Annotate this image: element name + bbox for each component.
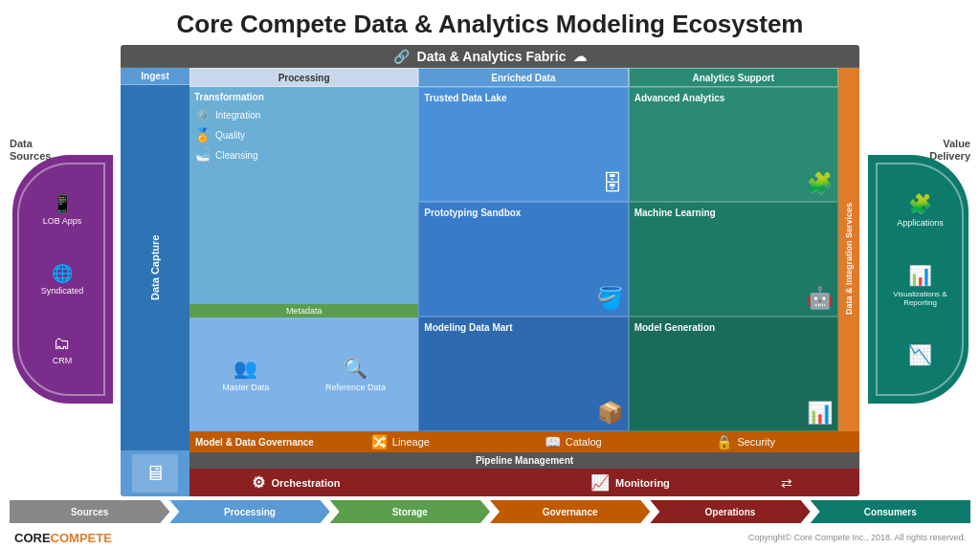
header-analytics: Analytics Support — [629, 68, 838, 87]
transformation-label: Transformation — [194, 92, 413, 102]
machine-learning-label: Machine Learning — [635, 208, 833, 218]
model-generation-icon: 📊 — [807, 401, 833, 426]
lineage-icon: 🔀 — [371, 434, 388, 449]
cleansing-item: 🛁 Cleansing — [194, 147, 413, 163]
footer-copyright: Copyright© Core Compete Inc., 2018. All … — [748, 533, 966, 542]
visualizations-icon: 📊 — [908, 264, 932, 287]
ds-item-syndicated: 🌐 Syndicated — [41, 263, 84, 296]
orchestration-row: ⚙ Orchestration 📈 Monitoring ⇄ — [189, 469, 859, 496]
fabric-header: 🔗 Data & Analytics Fabric ☁ — [121, 45, 859, 68]
ds-item-crm: 🗂 CRM — [53, 334, 73, 365]
legend-storage: Storage — [330, 500, 490, 523]
value-delivery-label: Value Delivery — [929, 138, 970, 163]
processing-inner: Transformation ⚙️ Integration 🏅 Quality — [189, 87, 418, 431]
footer-logo: CORECOMPETE — [14, 530, 112, 545]
security-icon: 🔒 — [716, 434, 732, 449]
integration-services-label: Data & Integration Services — [844, 203, 854, 315]
master-data-icon: 👥 — [234, 357, 257, 380]
ingest-bottom: 🖥 — [121, 450, 189, 496]
analytics-inner: Advanced Analytics 🧩 Machine Learning 🤖 … — [629, 87, 838, 431]
vd-item-extra: 📉 — [908, 343, 932, 366]
column-headers: Processing Enriched Data Analytics Suppo… — [189, 68, 859, 87]
machine-learning-icon: 🤖 — [807, 286, 833, 311]
reference-data-item: 🔍 Reference Data — [325, 357, 386, 392]
legend-governance: Governance — [490, 500, 650, 523]
governance-items: 🔀 Lineage 📖 Catalog 🔒 Security — [323, 434, 823, 449]
security-item: 🔒 Security — [716, 434, 775, 449]
vd-item-visualizations: 📊 Visualizations &Reporting — [893, 264, 947, 307]
model-generation-cell: Model Generation 📊 — [629, 317, 838, 431]
fabric-inner-body: Processing Enriched Data Analytics Suppo… — [189, 68, 859, 496]
page-title: Core Compete Data & Analytics Modeling E… — [19, 10, 961, 39]
header-processing: Processing — [189, 68, 418, 87]
ingest-icon-box: 🖥 — [132, 454, 178, 493]
catalog-icon: 📖 — [545, 434, 561, 449]
value-delivery-circle: 🧩 Applications 📊 Visualizations &Reporti… — [868, 155, 969, 404]
prototyping-sandbox-cell: Prototyping Sandbox 🪣 — [418, 202, 628, 317]
middle-content: Transformation ⚙️ Integration 🏅 Quality — [189, 87, 859, 431]
advanced-analytics-label: Advanced Analytics — [635, 93, 833, 103]
legend-processing: Processing — [169, 500, 329, 523]
orchestration-item: ⚙ Orchestration — [252, 473, 340, 492]
enriched-inner: Trusted Data Lake 🗄 Prototyping Sandbox … — [418, 87, 628, 431]
title-bar: Core Compete Data & Analytics Modeling E… — [0, 0, 980, 45]
quality-item: 🏅 Quality — [194, 127, 413, 142]
legend-sources: Sources — [10, 500, 169, 523]
advanced-analytics-icon: 🧩 — [807, 171, 833, 196]
ingest-label: Ingest — [121, 68, 189, 85]
data-sources-circle: 📱 LOB Apps 🌐 Syndicated 🗂 CRM — [12, 155, 113, 404]
server-icon: 🖥 — [145, 461, 166, 486]
governance-bar: Model & Data Governance 🔀 Lineage 📖 Cata… — [189, 431, 859, 452]
vd-item-applications: 🧩 Applications — [897, 192, 944, 228]
master-ref-box: 👥 Master Data 🔍 Reference Data — [189, 318, 418, 431]
reference-data-icon: 🔍 — [344, 357, 368, 380]
ingest-column: Ingest Data Capture 🖥 — [121, 68, 189, 496]
catalog-item: 📖 Catalog — [545, 434, 602, 449]
integration-icon: ⚙️ — [194, 107, 211, 122]
data-capture-label: Data Capture — [121, 85, 189, 450]
quality-icon: 🏅 — [194, 127, 211, 142]
cleansing-icon: 🛁 — [194, 147, 211, 163]
integration-services-col: Data & Integration Services — [838, 87, 859, 431]
data-sources-panel: Data Sources 📱 LOB Apps 🌐 Syndicated 🗂 C… — [10, 45, 115, 496]
ds-item-lob: 📱 LOB Apps — [43, 193, 82, 226]
reporting-icon: 📉 — [908, 343, 932, 366]
modeling-data-mart-label: Modeling Data Mart — [424, 322, 622, 333]
fabric-panel: 🔗 Data & Analytics Fabric ☁ Ingest Data … — [121, 45, 859, 496]
transformation-box: Transformation ⚙️ Integration 🏅 Quality — [189, 87, 418, 304]
data-sources-label: Data Sources — [10, 138, 51, 163]
bottom-legend: Sources Processing Storage Governance Op… — [10, 500, 970, 523]
machine-learning-cell: Machine Learning 🤖 — [629, 202, 838, 317]
modeling-data-mart-icon: 📦 — [597, 401, 623, 426]
integration-icon-bottom: ⇄ — [781, 475, 792, 491]
modeling-data-mart-cell: Modeling Data Mart 📦 — [418, 317, 628, 431]
main-diagram: Data Sources 📱 LOB Apps 🌐 Syndicated 🗂 C… — [0, 45, 980, 496]
advanced-analytics-cell: Advanced Analytics 🧩 — [629, 87, 838, 202]
governance-label: Model & Data Governance — [195, 437, 314, 448]
fabric-header-icon-left: 🔗 — [393, 49, 410, 64]
header-enriched: Enriched Data — [418, 68, 628, 87]
fabric-body: Ingest Data Capture 🖥 Processing Enriche… — [121, 68, 859, 496]
metadata-bar: Metadata — [189, 304, 418, 318]
trusted-data-lake-cell: Trusted Data Lake 🗄 — [418, 87, 628, 202]
integration-item: ⚙️ Integration — [194, 107, 413, 122]
syndicated-icon: 🌐 — [52, 263, 73, 284]
legend-consumers: Consumers — [811, 500, 970, 523]
orchestration-icon: ⚙ — [252, 473, 265, 492]
applications-icon: 🧩 — [908, 192, 932, 215]
fabric-header-title: Data & Analytics Fabric — [417, 49, 567, 64]
prototyping-sandbox-label: Prototyping Sandbox — [424, 208, 622, 218]
pipeline-bar: Pipeline Management — [189, 452, 859, 469]
model-generation-label: Model Generation — [635, 322, 833, 333]
master-data-item: 👥 Master Data — [222, 357, 269, 392]
page: Core Compete Data & Analytics Modeling E… — [0, 0, 980, 548]
trusted-data-lake-icon: 🗄 — [602, 171, 623, 196]
value-delivery-panel: Value Delivery 🧩 Applications 📊 Visualiz… — [865, 45, 970, 496]
legend-operations: Operations — [650, 500, 810, 523]
prototyping-sandbox-icon: 🪣 — [597, 286, 623, 311]
crm-icon: 🗂 — [54, 334, 71, 354]
lineage-item: 🔀 Lineage — [371, 434, 430, 449]
monitoring-item: 📈 Monitoring — [590, 473, 670, 492]
footer: CORECOMPETE Copyright© Core Compete Inc.… — [0, 527, 980, 548]
lob-icon: 📱 — [52, 193, 73, 214]
